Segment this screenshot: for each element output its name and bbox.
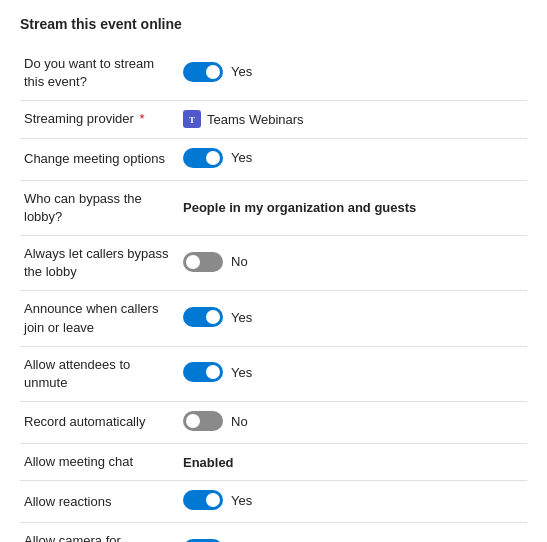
toggle-thumb-callers-bypass-lobby xyxy=(186,255,200,269)
settings-row-streaming-provider: Streaming provider * T Teams Webinars xyxy=(20,101,527,138)
toggle-track-stream-event[interactable] xyxy=(183,62,223,82)
toggle-track-announce-join-leave[interactable] xyxy=(183,307,223,327)
toggle-label-allow-reactions: Yes xyxy=(231,493,252,508)
toggle-label-allow-unmute: Yes xyxy=(231,365,252,380)
row-label-callers-bypass-lobby: Always let callers bypass the lobby xyxy=(24,246,169,279)
row-label-streaming-provider: Streaming provider xyxy=(24,111,134,126)
toggle-track-callers-bypass-lobby[interactable] xyxy=(183,252,223,272)
row-label-allow-reactions: Allow reactions xyxy=(24,494,111,509)
toggle-change-meeting-options[interactable]: Yes xyxy=(183,148,252,168)
settings-table: Do you want to stream this event?YesStre… xyxy=(20,46,527,542)
toggle-announce-join-leave[interactable]: Yes xyxy=(183,307,252,327)
toggle-record-automatically[interactable]: No xyxy=(183,411,248,431)
toggle-stream-event[interactable]: Yes xyxy=(183,62,252,82)
settings-row-allow-camera: Allow camera for attendeesYes xyxy=(20,523,527,542)
row-label-stream-event: Do you want to stream this event? xyxy=(24,56,154,89)
toggle-thumb-allow-reactions xyxy=(206,493,220,507)
toggle-track-allow-unmute[interactable] xyxy=(183,362,223,382)
settings-row-record-automatically: Record automaticallyNo xyxy=(20,402,527,444)
provider-cell: T Teams Webinars xyxy=(183,110,523,128)
bold-value-allow-meeting-chat: Enabled xyxy=(183,455,234,470)
bold-value-bypass-lobby: People in my organization and guests xyxy=(183,200,416,215)
toggle-label-change-meeting-options: Yes xyxy=(231,150,252,165)
row-label-allow-unmute: Allow attendees to unmute xyxy=(24,357,130,390)
settings-row-allow-meeting-chat: Allow meeting chatEnabled xyxy=(20,444,527,481)
row-label-change-meeting-options: Change meeting options xyxy=(24,151,165,166)
toggle-label-stream-event: Yes xyxy=(231,64,252,79)
settings-row-allow-reactions: Allow reactionsYes xyxy=(20,481,527,523)
toggle-thumb-announce-join-leave xyxy=(206,310,220,324)
row-label-allow-camera: Allow camera for attendees xyxy=(24,533,121,542)
toggle-track-record-automatically[interactable] xyxy=(183,411,223,431)
toggle-thumb-stream-event xyxy=(206,65,220,79)
settings-row-bypass-lobby: Who can bypass the lobby?People in my or… xyxy=(20,180,527,235)
svg-text:T: T xyxy=(189,115,195,125)
row-label-record-automatically: Record automatically xyxy=(24,414,145,429)
teams-webinar-icon: T xyxy=(183,110,201,128)
row-label-announce-join-leave: Announce when callers join or leave xyxy=(24,301,158,334)
toggle-thumb-record-automatically xyxy=(186,414,200,428)
toggle-thumb-allow-unmute xyxy=(206,365,220,379)
page-title: Stream this event online xyxy=(20,16,527,32)
toggle-label-announce-join-leave: Yes xyxy=(231,310,252,325)
toggle-allow-reactions[interactable]: Yes xyxy=(183,490,252,510)
toggle-track-allow-reactions[interactable] xyxy=(183,490,223,510)
toggle-label-callers-bypass-lobby: No xyxy=(231,254,248,269)
toggle-callers-bypass-lobby[interactable]: No xyxy=(183,252,248,272)
toggle-allow-unmute[interactable]: Yes xyxy=(183,362,252,382)
settings-row-callers-bypass-lobby: Always let callers bypass the lobbyNo xyxy=(20,235,527,290)
provider-label: Teams Webinars xyxy=(207,112,304,127)
toggle-track-change-meeting-options[interactable] xyxy=(183,148,223,168)
page-container: Stream this event online Do you want to … xyxy=(0,0,547,542)
toggle-label-record-automatically: No xyxy=(231,414,248,429)
settings-row-announce-join-leave: Announce when callers join or leaveYes xyxy=(20,291,527,346)
settings-row-change-meeting-options: Change meeting optionsYes xyxy=(20,138,527,180)
settings-row-allow-unmute: Allow attendees to unmuteYes xyxy=(20,346,527,401)
toggle-thumb-change-meeting-options xyxy=(206,151,220,165)
row-label-bypass-lobby: Who can bypass the lobby? xyxy=(24,191,142,224)
settings-row-stream-event: Do you want to stream this event?Yes xyxy=(20,46,527,101)
required-star: * xyxy=(136,111,145,126)
row-label-allow-meeting-chat: Allow meeting chat xyxy=(24,454,133,469)
